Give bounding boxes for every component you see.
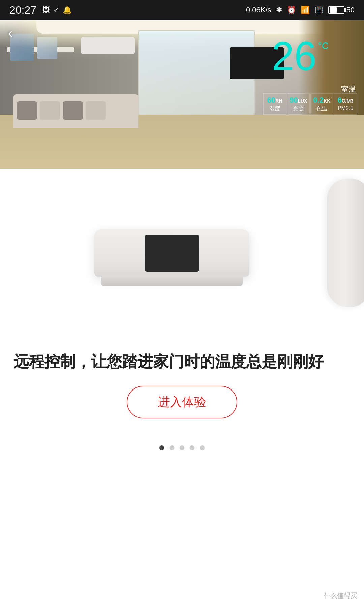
- network-speed: 0.06K/s: [246, 6, 271, 15]
- status-right: 0.06K/s ✱ ⏰ 📶 📳 50: [246, 6, 355, 15]
- ac-black-panel: [145, 235, 199, 272]
- sensor-item: 90LUX 光照: [287, 93, 310, 115]
- status-bar: 20:27 🖼 ✓ 🔔 0.06K/s ✱ ⏰ 📶 📳 50: [0, 0, 364, 20]
- wall-ac: [81, 37, 135, 54]
- cta-area[interactable]: 进入体验: [13, 386, 351, 418]
- ac-vent: [101, 277, 243, 286]
- dot-5[interactable]: [200, 445, 205, 450]
- status-left: 20:27 🖼 ✓ 🔔: [9, 4, 72, 17]
- dot-3[interactable]: [180, 445, 184, 450]
- dot-1[interactable]: [159, 445, 164, 450]
- back-button[interactable]: ‹: [8, 26, 12, 41]
- dot-4[interactable]: [190, 445, 194, 450]
- sensor-item: 0.2KK 色温: [310, 93, 333, 115]
- cushion-3: [63, 101, 83, 120]
- text-area: 远程控制，让您踏进家门时的温度总是刚刚好 进入体验: [0, 337, 364, 429]
- dot-2[interactable]: [170, 445, 174, 450]
- temperature-unit: °C: [318, 40, 328, 51]
- sofa: [13, 94, 138, 128]
- clock-icon: ⏰: [287, 6, 296, 15]
- sensors-grid: 60RH 湿度 90LUX 光照 0.2KK 色温 6G/M3 PM2.5: [263, 93, 357, 115]
- air-purifier: [327, 179, 364, 307]
- device-area: [0, 169, 364, 337]
- watermark: 什么值得买: [324, 591, 357, 600]
- main-headline: 远程控制，让您踏进家门时的温度总是刚刚好: [13, 351, 351, 372]
- cushion-4: [86, 101, 106, 120]
- cta-button[interactable]: 进入体验: [127, 386, 237, 418]
- page-indicator: [159, 445, 205, 450]
- battery-bar: [328, 6, 344, 14]
- image-icon: 🖼: [42, 6, 50, 15]
- room-background: 26 °C 室温 60RH 湿度 90LUX 光照 0.2KK 色温 6G/M3…: [0, 20, 364, 169]
- ac-illustration: [94, 229, 249, 277]
- ac-body: [94, 229, 249, 277]
- cushion-2: [40, 101, 60, 120]
- temperature-display: 26 °C: [272, 36, 355, 76]
- battery-indicator: 50: [328, 6, 355, 15]
- signal-icon: 📳: [314, 6, 324, 15]
- sensor-item: 60RH 湿度: [263, 93, 286, 115]
- sofa-cushions: [17, 101, 106, 120]
- main-content: 远程控制，让您踏进家门时的温度总是刚刚好 进入体验: [0, 169, 364, 607]
- smart-overlay: 26 °C 室温 60RH 湿度 90LUX 光照 0.2KK 色温 6G/M3…: [266, 30, 361, 82]
- status-icons: 🖼 ✓ 🔔: [42, 6, 72, 15]
- temperature-value: 26: [272, 36, 316, 76]
- status-time: 20:27: [9, 4, 36, 17]
- battery-fill: [330, 7, 337, 13]
- battery-level: 50: [346, 6, 355, 15]
- wifi-icon: 📶: [301, 6, 310, 15]
- bluetooth-icon: ✱: [276, 6, 282, 15]
- bell-icon: 🔔: [63, 6, 72, 15]
- cushion-1: [17, 101, 37, 120]
- check-icon: ✓: [53, 6, 59, 15]
- room-image: 26 °C 室温 60RH 湿度 90LUX 光照 0.2KK 色温 6G/M3…: [0, 20, 364, 169]
- sensor-item: 6G/M3 PM2.5: [334, 93, 357, 115]
